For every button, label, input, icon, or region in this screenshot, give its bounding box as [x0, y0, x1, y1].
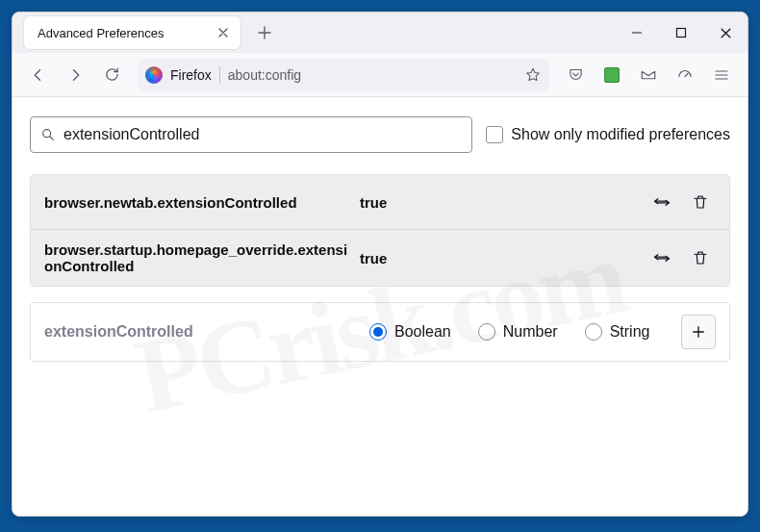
app-menu-icon[interactable] [705, 59, 738, 91]
add-pref-button[interactable] [681, 315, 716, 349]
content: PCrisk.com Show only modified preference… [13, 97, 747, 516]
pref-name: browser.startup.homepage_override.extens… [44, 241, 352, 274]
type-radios: Boolean Number String [369, 323, 664, 341]
tab-title: Advanced Preferences [38, 26, 165, 40]
back-button[interactable] [22, 59, 55, 91]
delete-button[interactable] [685, 242, 716, 273]
radio-label: Number [503, 323, 558, 341]
create-pref-row: extensionControlled Boolean Number Strin… [30, 302, 730, 362]
window-controls [615, 13, 747, 53]
urlbar[interactable]: Firefox [138, 59, 549, 91]
toolbar-icons [559, 59, 738, 91]
bookmark-star-icon[interactable] [524, 66, 542, 84]
show-modified-label: Show only modified preferences [511, 126, 730, 143]
search-icon [40, 127, 56, 142]
radio-label: Boolean [394, 323, 451, 341]
toggle-button[interactable] [646, 187, 677, 217]
radio-number[interactable]: Number [478, 323, 558, 341]
speed-icon[interactable] [669, 59, 701, 91]
forward-button[interactable] [59, 59, 91, 91]
radio-icon [585, 323, 602, 341]
urlbar-brand: Firefox [170, 67, 212, 83]
urlbar-separator [219, 66, 220, 84]
firefox-logo-icon [145, 66, 163, 84]
toggle-button[interactable] [646, 242, 677, 273]
tabstrip: Advanced Preferences [13, 13, 747, 53]
reload-button[interactable] [95, 59, 128, 91]
inbox-icon[interactable] [632, 59, 665, 91]
pocket-icon[interactable] [559, 59, 592, 91]
delete-button[interactable] [685, 187, 716, 217]
search-box[interactable] [30, 116, 472, 153]
svg-rect-0 [677, 29, 686, 38]
search-row: Show only modified preferences [30, 116, 730, 153]
radio-boolean[interactable]: Boolean [369, 323, 451, 341]
create-pref-name: extensionControlled [44, 323, 352, 341]
extension-icon[interactable] [595, 59, 628, 91]
svg-point-1 [43, 130, 51, 138]
pref-name: browser.newtab.extensionControlled [44, 194, 352, 211]
show-modified-checkbox[interactable]: Show only modified preferences [486, 126, 730, 143]
pref-row: browser.startup.homepage_override.extens… [31, 229, 729, 286]
tab-advanced-preferences[interactable]: Advanced Preferences [24, 16, 241, 49]
urlbar-input[interactable] [228, 67, 517, 83]
pref-row: browser.newtab.extensionControlled true [31, 175, 729, 229]
radio-icon [369, 323, 387, 341]
close-tab-icon[interactable] [215, 25, 231, 40]
radio-string[interactable]: String [585, 323, 650, 341]
browser-window: Advanced Preferences [12, 12, 748, 517]
search-input[interactable] [63, 126, 462, 143]
maximize-button[interactable] [659, 13, 703, 53]
radio-icon [478, 323, 495, 341]
radio-label: String [610, 323, 650, 341]
close-window-button[interactable] [703, 13, 747, 53]
minimize-button[interactable] [615, 13, 659, 53]
new-tab-button[interactable] [250, 18, 279, 47]
checkbox-icon[interactable] [486, 126, 503, 143]
pref-list: browser.newtab.extensionControlled true … [30, 174, 730, 287]
pref-value: true [360, 194, 639, 211]
pref-value: true [360, 250, 639, 266]
navbar: Firefox [13, 53, 747, 97]
